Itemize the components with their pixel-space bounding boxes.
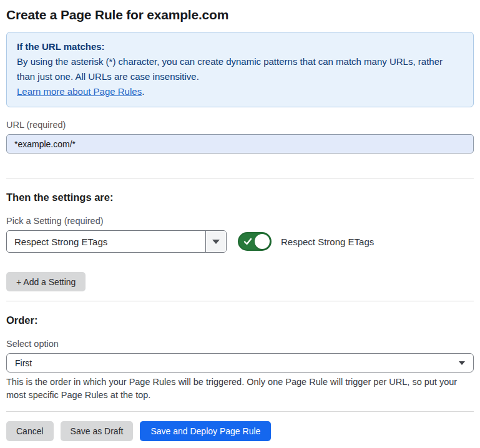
url-input[interactable] (6, 134, 474, 153)
page-title: Create a Page Rule for example.com (6, 7, 474, 22)
setting-select[interactable]: Respect Strong ETags (6, 230, 227, 253)
order-section-heading: Order: (6, 314, 474, 326)
settings-section-heading: Then the settings are: (6, 192, 474, 203)
order-select[interactable]: First (6, 353, 474, 373)
section-divider (6, 178, 474, 178)
setting-select-arrow-button[interactable] (205, 231, 226, 252)
caret-down-icon (212, 240, 220, 244)
info-box-heading: If the URL matches: (17, 39, 463, 54)
info-box-link-line: Learn more about Page Rules. (17, 84, 463, 99)
order-select-label: Select option (6, 339, 474, 349)
save-and-deploy-button[interactable]: Save and Deploy Page Rule (140, 421, 271, 441)
toggle-label: Respect Strong ETags (281, 236, 374, 247)
footer-divider (6, 411, 474, 412)
section-divider (6, 301, 474, 301)
pick-setting-label: Pick a Setting (required) (6, 216, 474, 226)
setting-select-value: Respect Strong ETags (7, 231, 205, 252)
caret-down-icon (459, 361, 465, 365)
checkmark-icon (243, 237, 252, 246)
info-box-body: By using the asterisk (*) character, you… (17, 54, 463, 84)
respect-strong-etags-toggle[interactable] (238, 232, 272, 251)
learn-more-link[interactable]: Learn more about Page Rules (17, 86, 142, 97)
url-field-label: URL (required) (6, 120, 474, 130)
order-help-text: This is the order in which your Page Rul… (6, 376, 474, 402)
footer-actions: Cancel Save as Draft Save and Deploy Pag… (6, 421, 474, 441)
order-select-value: First (15, 358, 32, 368)
url-match-info-box: If the URL matches: By using the asteris… (6, 32, 474, 107)
toggle-knob (255, 234, 270, 249)
add-setting-button[interactable]: + Add a Setting (6, 272, 86, 291)
link-suffix: . (142, 86, 144, 97)
setting-row: Respect Strong ETags Respect Strong ETag… (6, 230, 474, 253)
save-as-draft-button[interactable]: Save as Draft (61, 421, 134, 441)
cancel-button[interactable]: Cancel (6, 421, 54, 441)
